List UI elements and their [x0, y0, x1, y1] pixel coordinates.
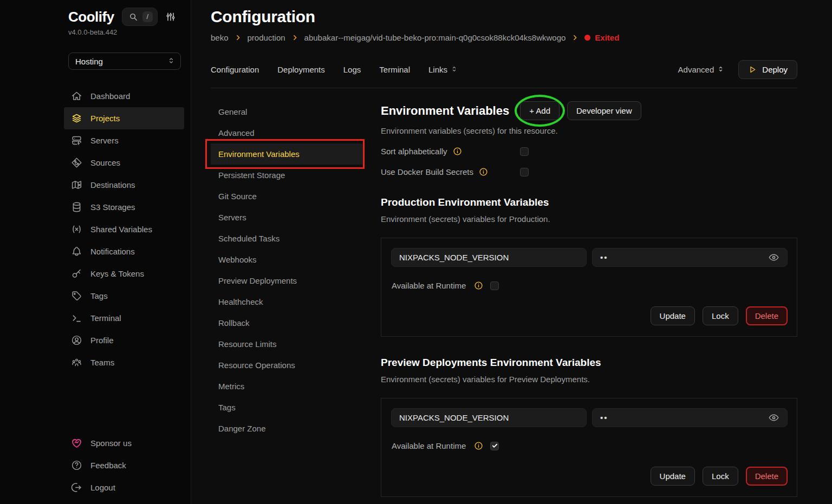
status-dot-icon — [584, 35, 590, 41]
docker-build-secrets-row: Use Docker Build Secrets — [381, 167, 797, 176]
sidebar-item-projects[interactable]: Projects — [64, 107, 184, 129]
subnav-item-persistent-storage[interactable]: Persistent Storage — [211, 165, 364, 186]
env-key-input[interactable]: NIXPACKS_NODE_VERSION — [391, 248, 587, 267]
env-variables-subtitle: Environment variables (secrets) for this… — [381, 126, 797, 135]
subnav-item-resource-limits[interactable]: Resource Limits — [211, 333, 364, 355]
info-icon[interactable] — [474, 441, 483, 450]
subnav-item-scheduled-tasks[interactable]: Scheduled Tasks — [211, 228, 364, 249]
sidebar-item-servers[interactable]: Servers — [64, 129, 184, 152]
search-button[interactable]: / — [122, 8, 158, 26]
sidebar-item-label: Feedback — [90, 461, 126, 470]
delete-button[interactable]: Delete — [746, 467, 788, 486]
breadcrumb-environment[interactable]: production — [248, 33, 285, 42]
subnav-item-preview-deployments[interactable]: Preview Deployments — [211, 270, 364, 291]
subnav-item-danger-zone[interactable]: Danger Zone — [211, 418, 364, 439]
tabbar-divider — [211, 88, 797, 88]
info-icon[interactable] — [453, 147, 462, 156]
sidebar-item-teams[interactable]: Teams — [64, 351, 184, 374]
sidebar-item-dashboard[interactable]: Dashboard — [64, 85, 184, 107]
available-at-runtime-checkbox[interactable] — [490, 442, 499, 450]
page-title: Configuration — [211, 8, 797, 26]
info-icon[interactable] — [474, 281, 483, 290]
help-circle-icon — [70, 460, 82, 471]
sidebar-item-terminal[interactable]: Terminal — [64, 307, 184, 329]
sidebar-item-s3-storages[interactable]: S3 Storages — [64, 196, 184, 218]
sidebar-item-feedback[interactable]: Feedback — [64, 454, 184, 476]
subnav-item-resource-operations[interactable]: Resource Operations — [211, 355, 364, 376]
bell-icon — [70, 246, 82, 257]
sidebar-item-sponsor[interactable]: Sponsor us — [64, 432, 184, 454]
user-circle-icon — [70, 335, 82, 346]
production-section-title: Production Environment Variables — [381, 197, 797, 208]
subnav-item-general[interactable]: General — [211, 101, 364, 122]
sidebar-item-label: Teams — [90, 358, 114, 367]
workspace-select[interactable]: Hosting — [68, 53, 181, 70]
info-icon[interactable] — [479, 167, 488, 176]
delete-button[interactable]: Delete — [746, 306, 788, 325]
server-icon — [70, 135, 82, 146]
env-value-input[interactable]: •• — [592, 408, 788, 427]
env-value-input[interactable]: •• — [592, 248, 788, 267]
chevron-updown-icon — [451, 65, 458, 74]
env-value-masked: •• — [600, 253, 608, 262]
update-button[interactable]: Update — [651, 306, 695, 325]
env-key-value: NIXPACKS_NODE_VERSION — [399, 413, 509, 422]
available-at-runtime-checkbox[interactable] — [490, 282, 499, 290]
subnav-item-metrics[interactable]: Metrics — [211, 376, 364, 397]
sidebar-item-label: Projects — [90, 114, 120, 123]
subnav-item-tags[interactable]: Tags — [211, 397, 364, 418]
breadcrumb-team[interactable]: beko — [211, 33, 229, 42]
tab-deployments[interactable]: Deployments — [277, 65, 325, 74]
production-section-subtitle: Environment (secrets) variables for Prod… — [381, 214, 797, 224]
breadcrumb: beko production abubakar--meigag/vid-tub… — [211, 33, 797, 42]
sidebar-item-label: Dashboard — [90, 91, 130, 101]
adjustments-icon[interactable] — [165, 11, 176, 22]
sidebar-item-destinations[interactable]: Destinations — [64, 174, 184, 196]
tab-terminal[interactable]: Terminal — [379, 65, 410, 74]
eye-icon[interactable] — [768, 252, 779, 263]
advanced-dropdown[interactable]: Advanced — [678, 65, 725, 74]
logout-icon — [70, 482, 82, 493]
add-env-variable-button[interactable]: + Add — [520, 101, 560, 120]
sidebar-item-shared-variables[interactable]: Shared Variables — [64, 218, 184, 240]
deploy-button[interactable]: Deploy — [738, 60, 797, 79]
sidebar-item-tags[interactable]: Tags — [64, 285, 184, 307]
sidebar-item-profile[interactable]: Profile — [64, 329, 184, 351]
env-key-input[interactable]: NIXPACKS_NODE_VERSION — [391, 408, 587, 427]
add-button-annotation: + Add — [520, 101, 560, 120]
tab-configuration[interactable]: Configuration — [211, 65, 259, 74]
tab-links[interactable]: Links — [428, 65, 458, 74]
subnav-item-advanced[interactable]: Advanced — [211, 122, 364, 143]
tab-bar: Configuration Deployments Logs Terminal … — [211, 60, 797, 79]
developer-view-button[interactable]: Developer view — [567, 101, 641, 120]
chevron-right-icon — [571, 34, 578, 41]
lock-button[interactable]: Lock — [703, 467, 738, 486]
sidebar-item-logout[interactable]: Logout — [64, 476, 184, 499]
chevron-right-icon — [291, 34, 298, 41]
sort-alphabetically-checkbox[interactable] — [520, 147, 529, 156]
sidebar-item-notifications[interactable]: Notifications — [64, 240, 184, 263]
breadcrumb-resource[interactable]: abubakar--meigag/vid-tube-beko-pro:main-… — [304, 33, 566, 42]
search-shortcut-key: / — [142, 11, 153, 22]
subnav-item-environment-variables[interactable]: Environment Variables — [211, 143, 364, 165]
docker-build-secrets-checkbox[interactable] — [520, 168, 529, 176]
status-text: Exited — [595, 33, 619, 42]
subnav-item-rollback[interactable]: Rollback — [211, 312, 364, 333]
env-value-masked: •• — [600, 413, 608, 422]
sidebar-item-sources[interactable]: Sources — [64, 152, 184, 174]
eye-icon[interactable] — [768, 412, 779, 423]
subnav-item-servers[interactable]: Servers — [211, 207, 364, 228]
subnav-item-webhooks[interactable]: Webhooks — [211, 249, 364, 270]
subnav-item-git-source[interactable]: Git Source — [211, 186, 364, 207]
status-badge: Exited — [584, 33, 619, 42]
sidebar-item-label: Keys & Tokens — [90, 269, 144, 278]
subnav-item-healthcheck[interactable]: Healthcheck — [211, 291, 364, 312]
sidebar-footer: Sponsor us Feedback Logout — [0, 432, 191, 504]
map-icon — [70, 179, 82, 191]
lock-button[interactable]: Lock — [703, 306, 738, 325]
tab-logs[interactable]: Logs — [343, 65, 361, 74]
update-button[interactable]: Update — [651, 467, 695, 486]
app-logo: Coolify — [68, 9, 114, 25]
chevron-updown-icon — [717, 65, 724, 74]
sidebar-item-keys-tokens[interactable]: Keys & Tokens — [64, 263, 184, 285]
